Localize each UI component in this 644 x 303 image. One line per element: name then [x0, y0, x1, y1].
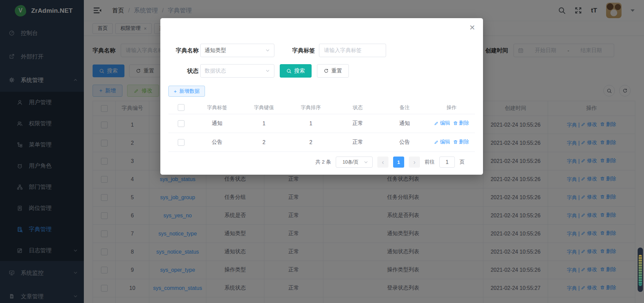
- cell-status: 正常: [334, 114, 381, 133]
- modal-filter-row-1: 字典名称 通知类型 字典标签: [169, 44, 386, 57]
- page-unit-label: 页: [460, 159, 465, 165]
- trash-icon: [453, 121, 458, 126]
- select-all-checkbox[interactable]: [178, 104, 184, 111]
- col-字典标签: 字典标签: [194, 101, 240, 114]
- col-字典排序: 字典排序: [287, 101, 334, 114]
- next-page-button[interactable]: ›: [409, 157, 420, 168]
- pagination: 共 2 条 10条/页 ‹ 1 › 前往 页: [315, 157, 465, 168]
- dict-data-modal: × 字典名称 通知类型 字典标签 状态 数据状态 搜索 重置 + 新增数据 字典…: [160, 18, 483, 175]
- close-icon[interactable]: ×: [470, 23, 475, 32]
- modal-status-label: 状态: [169, 67, 199, 75]
- modal-dict-label-label: 字典标签: [285, 47, 315, 54]
- cell-sort: 1: [287, 114, 334, 133]
- chevron-down-icon: [265, 48, 270, 53]
- cell-label: 通知: [194, 114, 240, 133]
- cell-remark: 通知: [381, 114, 428, 133]
- col-字典键值: 字典键值: [240, 101, 287, 114]
- chevron-down-icon: [265, 69, 270, 73]
- cell-value: 1: [240, 114, 287, 133]
- table-header-row: 字典标签字典键值字典排序状态备注操作: [168, 101, 475, 114]
- modal-search-label: 搜索: [294, 68, 305, 75]
- col-备注: 备注: [381, 101, 428, 114]
- dict-data-table: 字典标签字典键值字典排序状态备注操作通知11正常通知编辑 删除公告22正常公告编…: [168, 101, 475, 152]
- pencil-icon: [434, 140, 439, 144]
- col-操作: 操作: [428, 101, 475, 114]
- magnifier-icon: [286, 69, 291, 74]
- chevron-down-icon: [364, 160, 368, 165]
- page-scrollbar[interactable]: [638, 248, 643, 292]
- status-select[interactable]: 数据状态: [200, 64, 274, 78]
- modal-filter-row-2: 状态 数据状态 搜索 重置: [169, 64, 349, 78]
- edit-link[interactable]: 编辑: [434, 120, 450, 126]
- page-size-value: 10条/页: [340, 159, 361, 165]
- modal-add-data-button[interactable]: + 新增数据: [168, 86, 205, 97]
- row-checkbox[interactable]: [178, 120, 184, 127]
- goto-label: 前往: [425, 159, 435, 165]
- cell-remark: 公告: [381, 133, 428, 152]
- status-select-placeholder: 数据状态: [205, 68, 263, 75]
- cell-ops: 编辑 删除: [428, 114, 475, 133]
- edit-link[interactable]: 编辑: [434, 139, 450, 145]
- page-size-select[interactable]: 10条/页: [336, 157, 373, 168]
- cell-sort: 2: [287, 133, 334, 152]
- modal-dict-name-label: 字典名称: [169, 47, 199, 54]
- dict-name-select-value: 通知类型: [205, 47, 263, 54]
- scrollbar-thumb[interactable]: [639, 255, 642, 286]
- table-row: 通知11正常通知编辑 删除: [168, 114, 475, 133]
- dict-name-select[interactable]: 通知类型: [200, 44, 274, 57]
- col-状态: 状态: [334, 101, 381, 114]
- row-checkbox[interactable]: [178, 139, 184, 146]
- dict-label-input[interactable]: [319, 44, 386, 57]
- cell-ops: 编辑 删除: [428, 133, 475, 152]
- cell-value: 2: [240, 133, 287, 152]
- plus-icon: +: [174, 88, 177, 94]
- modal-add-data-label: 新增数据: [179, 88, 200, 94]
- prev-page-button[interactable]: ‹: [377, 157, 388, 168]
- table-row: 公告22正常公告编辑 删除: [168, 133, 475, 152]
- pencil-icon: [434, 121, 439, 126]
- dict-data-table-wrap: 字典标签字典键值字典排序状态备注操作通知11正常通知编辑 删除公告22正常公告编…: [168, 101, 475, 152]
- current-page-button[interactable]: 1: [393, 157, 404, 168]
- delete-link[interactable]: 删除: [453, 139, 469, 145]
- goto-page-input[interactable]: [439, 157, 455, 168]
- cell-status: 正常: [334, 133, 381, 152]
- pagination-total: 共 2 条: [315, 159, 331, 165]
- modal-reset-button[interactable]: 重置: [317, 64, 349, 78]
- modal-reset-label: 重置: [331, 68, 342, 75]
- refresh-icon: [324, 69, 329, 74]
- delete-link[interactable]: 删除: [453, 120, 469, 126]
- cell-label: 公告: [194, 133, 240, 152]
- modal-search-button[interactable]: 搜索: [280, 64, 312, 78]
- trash-icon: [453, 140, 458, 144]
